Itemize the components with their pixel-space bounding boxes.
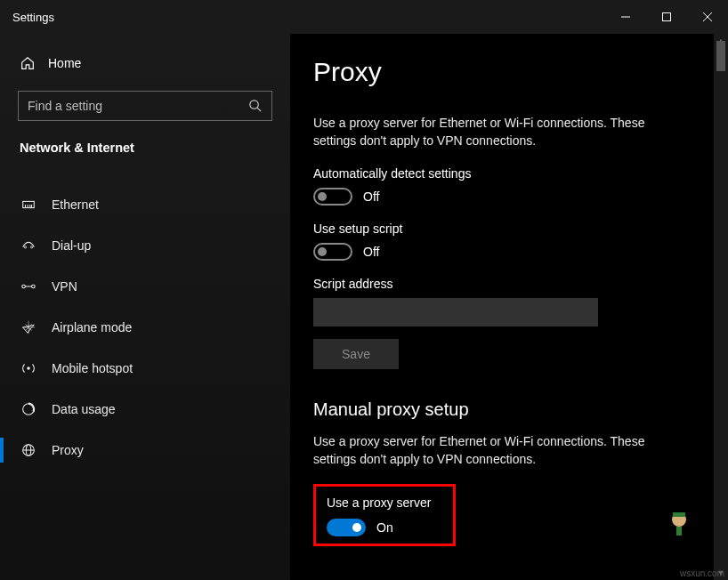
- sidebar-item-label: Mobile hotspot: [52, 361, 133, 375]
- scroll-thumb[interactable]: [716, 41, 725, 71]
- setup-script-label: Use setup script: [313, 222, 691, 236]
- setup-script-toggle[interactable]: [313, 243, 352, 261]
- auto-detect-toggle[interactable]: [313, 188, 352, 205]
- airplane-icon: [20, 318, 37, 336]
- svg-point-11: [24, 246, 26, 248]
- auto-detect-label: Automatically detect settings: [313, 166, 691, 181]
- minimize-button[interactable]: [605, 0, 646, 34]
- svg-point-4: [250, 101, 258, 109]
- svg-rect-6: [23, 201, 35, 207]
- script-address-label: Script address: [313, 277, 691, 291]
- page-title: Proxy: [313, 57, 691, 87]
- sidebar-category: Network & Internet: [0, 141, 290, 173]
- home-label: Home: [48, 56, 81, 70]
- svg-rect-1: [663, 13, 671, 21]
- dialup-icon: [20, 237, 37, 254]
- svg-point-12: [30, 246, 32, 248]
- window-title: Settings: [0, 11, 54, 24]
- highlight-annotation: Use a proxy server On: [313, 484, 456, 546]
- ethernet-icon: [20, 196, 37, 213]
- script-address-input[interactable]: [313, 298, 598, 326]
- sidebar-nav: Ethernet Dial-up VPN Airplane mode: [0, 185, 290, 470]
- vpn-icon: [20, 278, 37, 295]
- auto-detect-state: Off: [363, 189, 379, 204]
- search-icon: [248, 99, 263, 113]
- search-input[interactable]: [28, 99, 248, 113]
- home-icon: [20, 55, 36, 71]
- svg-point-16: [27, 367, 30, 370]
- search-box[interactable]: [18, 91, 272, 121]
- sidebar-item-label: Ethernet: [52, 197, 99, 212]
- svg-point-13: [22, 285, 26, 288]
- sidebar-item-dialup[interactable]: Dial-up: [0, 226, 290, 265]
- sidebar-item-airplane[interactable]: Airplane mode: [0, 308, 290, 347]
- window-controls: [605, 0, 728, 34]
- use-proxy-state: On: [376, 520, 393, 535]
- sidebar-item-label: VPN: [52, 279, 77, 294]
- save-button[interactable]: Save: [313, 339, 399, 369]
- use-proxy-toggle[interactable]: [327, 519, 366, 536]
- sidebar-item-label: Airplane mode: [52, 320, 132, 334]
- manual-proxy-description: Use a proxy server for Ethernet or Wi-Fi…: [313, 432, 687, 469]
- content-area: Proxy Use a proxy server for Ethernet or…: [290, 34, 728, 580]
- setup-script-state: Off: [363, 245, 379, 259]
- hotspot-icon: [20, 359, 37, 377]
- svg-line-5: [257, 108, 261, 111]
- avatar-icon: [664, 507, 694, 537]
- sidebar-item-proxy[interactable]: Proxy: [0, 431, 290, 470]
- sidebar-item-label: Proxy: [52, 443, 84, 457]
- vertical-scrollbar[interactable]: ▲ ▼: [714, 34, 728, 580]
- use-proxy-label: Use a proxy server: [327, 495, 442, 510]
- auto-proxy-description: Use a proxy server for Ethernet or Wi-Fi…: [313, 114, 687, 150]
- globe-icon: [20, 441, 37, 459]
- watermark: wsxun.com: [680, 568, 724, 578]
- svg-point-14: [32, 285, 36, 288]
- sidebar-item-ethernet[interactable]: Ethernet: [0, 185, 290, 224]
- sidebar-item-vpn[interactable]: VPN: [0, 267, 290, 306]
- svg-rect-22: [673, 512, 685, 517]
- svg-rect-23: [676, 527, 682, 536]
- sidebar-item-label: Dial-up: [52, 238, 91, 253]
- maximize-button[interactable]: [646, 0, 687, 34]
- sidebar-item-label: Data usage: [52, 402, 116, 416]
- close-button[interactable]: [687, 0, 728, 34]
- home-link[interactable]: Home: [0, 50, 290, 91]
- manual-proxy-heading: Manual proxy setup: [313, 399, 691, 420]
- sidebar-item-hotspot[interactable]: Mobile hotspot: [0, 349, 290, 388]
- sidebar-item-datausage[interactable]: Data usage: [0, 390, 290, 429]
- datausage-icon: [20, 400, 37, 418]
- titlebar: Settings: [0, 0, 728, 34]
- sidebar: Home Network & Internet Ethernet Dial-up: [0, 34, 290, 580]
